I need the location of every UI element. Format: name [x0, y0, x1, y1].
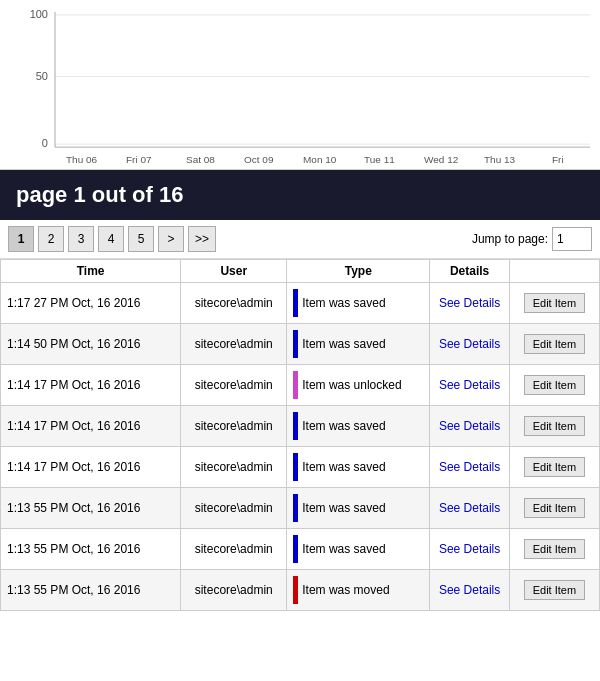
- see-details-link[interactable]: See Details: [439, 419, 500, 433]
- cell-time: 1:14 50 PM Oct, 16 2016: [1, 324, 181, 365]
- chart-container: 100 50 0 Thu 06 Fri 07 Sat 08 Oct 09 Mon…: [0, 0, 600, 170]
- see-details-link[interactable]: See Details: [439, 337, 500, 351]
- cell-action: Edit Item: [509, 283, 599, 324]
- cell-type: Item was saved: [287, 324, 430, 365]
- svg-text:Fri: Fri: [552, 154, 564, 165]
- cell-details: See Details: [430, 283, 510, 324]
- edit-item-btn[interactable]: Edit Item: [524, 416, 585, 436]
- cell-details: See Details: [430, 324, 510, 365]
- page-title: page 1 out of 16: [16, 182, 183, 208]
- cell-time: 1:13 55 PM Oct, 16 2016: [1, 529, 181, 570]
- cell-time: 1:14 17 PM Oct, 16 2016: [1, 365, 181, 406]
- table-row: 1:13 55 PM Oct, 16 2016 sitecore\admin I…: [1, 529, 600, 570]
- cell-action: Edit Item: [509, 488, 599, 529]
- col-header-details: Details: [430, 260, 510, 283]
- type-label: Item was saved: [302, 296, 385, 310]
- see-details-link[interactable]: See Details: [439, 583, 500, 597]
- cell-time: 1:14 17 PM Oct, 16 2016: [1, 447, 181, 488]
- svg-text:Fri 07: Fri 07: [126, 154, 152, 165]
- type-bar-indicator: [293, 494, 298, 522]
- svg-text:100: 100: [30, 8, 48, 20]
- cell-user: sitecore\admin: [181, 324, 287, 365]
- svg-text:Tue 11: Tue 11: [364, 154, 395, 165]
- edit-item-btn[interactable]: Edit Item: [524, 334, 585, 354]
- cell-details: See Details: [430, 365, 510, 406]
- see-details-link[interactable]: See Details: [439, 542, 500, 556]
- svg-text:Oct 09: Oct 09: [244, 154, 274, 165]
- cell-time: 1:13 55 PM Oct, 16 2016: [1, 488, 181, 529]
- cell-action: Edit Item: [509, 447, 599, 488]
- cell-type: Item was saved: [287, 406, 430, 447]
- table-row: 1:14 17 PM Oct, 16 2016 sitecore\admin I…: [1, 447, 600, 488]
- see-details-link[interactable]: See Details: [439, 501, 500, 515]
- page-btn-5[interactable]: 5: [128, 226, 154, 252]
- cell-type: Item was saved: [287, 447, 430, 488]
- cell-action: Edit Item: [509, 529, 599, 570]
- edit-item-btn[interactable]: Edit Item: [524, 293, 585, 313]
- svg-text:Thu 06: Thu 06: [66, 154, 98, 165]
- cell-user: sitecore\admin: [181, 447, 287, 488]
- cell-user: sitecore\admin: [181, 570, 287, 611]
- cell-type: Item was saved: [287, 488, 430, 529]
- type-label: Item was saved: [302, 337, 385, 351]
- edit-item-btn[interactable]: Edit Item: [524, 580, 585, 600]
- type-bar-indicator: [293, 576, 298, 604]
- col-header-type: Type: [287, 260, 430, 283]
- cell-type: Item was moved: [287, 570, 430, 611]
- next-page-btn[interactable]: >: [158, 226, 184, 252]
- type-bar-indicator: [293, 289, 298, 317]
- type-label: Item was moved: [302, 583, 389, 597]
- see-details-link[interactable]: See Details: [439, 378, 500, 392]
- table-row: 1:17 27 PM Oct, 16 2016 sitecore\admin I…: [1, 283, 600, 324]
- cell-details: See Details: [430, 570, 510, 611]
- see-details-link[interactable]: See Details: [439, 296, 500, 310]
- jump-input[interactable]: [552, 227, 592, 251]
- cell-user: sitecore\admin: [181, 488, 287, 529]
- page-btn-3[interactable]: 3: [68, 226, 94, 252]
- table-row: 1:14 50 PM Oct, 16 2016 sitecore\admin I…: [1, 324, 600, 365]
- cell-action: Edit Item: [509, 324, 599, 365]
- cell-user: sitecore\admin: [181, 365, 287, 406]
- cell-action: Edit Item: [509, 406, 599, 447]
- cell-details: See Details: [430, 406, 510, 447]
- type-bar-indicator: [293, 371, 298, 399]
- type-label: Item was unlocked: [302, 378, 401, 392]
- type-label: Item was saved: [302, 460, 385, 474]
- edit-item-btn[interactable]: Edit Item: [524, 498, 585, 518]
- cell-action: Edit Item: [509, 365, 599, 406]
- jump-to-page: Jump to page:: [472, 227, 592, 251]
- edit-item-btn[interactable]: Edit Item: [524, 375, 585, 395]
- cell-details: See Details: [430, 529, 510, 570]
- cell-type: Item was saved: [287, 529, 430, 570]
- col-header-user: User: [181, 260, 287, 283]
- page-btn-1[interactable]: 1: [8, 226, 34, 252]
- type-label: Item was saved: [302, 501, 385, 515]
- type-bar-indicator: [293, 412, 298, 440]
- svg-text:Wed 12: Wed 12: [424, 154, 459, 165]
- svg-text:Mon 10: Mon 10: [303, 154, 337, 165]
- cell-details: See Details: [430, 488, 510, 529]
- edit-item-btn[interactable]: Edit Item: [524, 539, 585, 559]
- svg-text:Sat 08: Sat 08: [186, 154, 215, 165]
- table-row: 1:14 17 PM Oct, 16 2016 sitecore\admin I…: [1, 406, 600, 447]
- page-header: page 1 out of 16: [0, 170, 600, 220]
- cell-type: Item was saved: [287, 283, 430, 324]
- type-label: Item was saved: [302, 542, 385, 556]
- svg-text:0: 0: [42, 137, 48, 149]
- svg-text:Thu 13: Thu 13: [484, 154, 516, 165]
- table-row: 1:13 55 PM Oct, 16 2016 sitecore\admin I…: [1, 488, 600, 529]
- type-label: Item was saved: [302, 419, 385, 433]
- col-header-action: [509, 260, 599, 283]
- page-btn-4[interactable]: 4: [98, 226, 124, 252]
- events-table: Time User Type Details 1:17 27 PM Oct, 1…: [0, 259, 600, 611]
- page-btn-2[interactable]: 2: [38, 226, 64, 252]
- cell-user: sitecore\admin: [181, 406, 287, 447]
- table-row: 1:13 55 PM Oct, 16 2016 sitecore\admin I…: [1, 570, 600, 611]
- edit-item-btn[interactable]: Edit Item: [524, 457, 585, 477]
- type-bar-indicator: [293, 330, 298, 358]
- cell-action: Edit Item: [509, 570, 599, 611]
- cell-user: sitecore\admin: [181, 529, 287, 570]
- table-row: 1:14 17 PM Oct, 16 2016 sitecore\admin I…: [1, 365, 600, 406]
- see-details-link[interactable]: See Details: [439, 460, 500, 474]
- last-page-btn[interactable]: >>: [188, 226, 216, 252]
